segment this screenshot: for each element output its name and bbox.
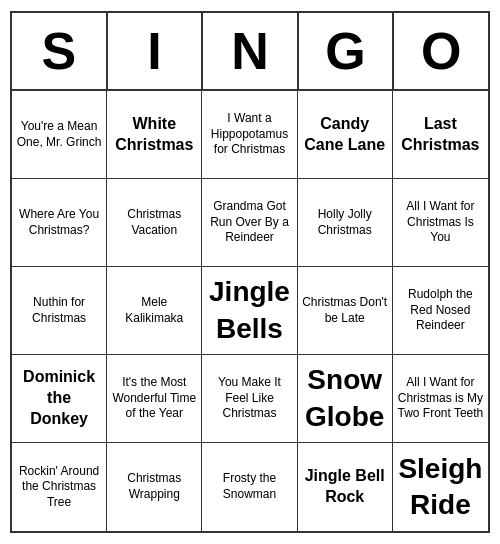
bingo-cell[interactable]: Jingle Bell Rock: [298, 443, 393, 531]
bingo-cell[interactable]: Last Christmas: [393, 91, 488, 179]
header-letter: G: [299, 13, 395, 91]
bingo-cell[interactable]: All I Want for Christmas is My Two Front…: [393, 355, 488, 443]
header-letter: S: [12, 13, 108, 91]
bingo-cell[interactable]: Christmas Don't be Late: [298, 267, 393, 355]
bingo-cell[interactable]: I Want a Hippopotamus for Christmas: [202, 91, 297, 179]
header-letter: N: [203, 13, 299, 91]
bingo-cell[interactable]: Nuthin for Christmas: [12, 267, 107, 355]
bingo-cell[interactable]: Snow Globe: [298, 355, 393, 443]
bingo-cell[interactable]: Candy Cane Lane: [298, 91, 393, 179]
bingo-cell[interactable]: Sleigh Ride: [393, 443, 488, 531]
bingo-cell[interactable]: Rudolph the Red Nosed Reindeer: [393, 267, 488, 355]
bingo-cell[interactable]: Frosty the Snowman: [202, 443, 297, 531]
bingo-cell[interactable]: Dominick the Donkey: [12, 355, 107, 443]
bingo-grid: You're a Mean One, Mr. GrinchWhite Chris…: [12, 91, 488, 531]
bingo-cell[interactable]: Mele Kalikimaka: [107, 267, 202, 355]
bingo-cell[interactable]: Where Are You Christmas?: [12, 179, 107, 267]
bingo-cell[interactable]: Christmas Wrapping: [107, 443, 202, 531]
bingo-cell[interactable]: Holly Jolly Christmas: [298, 179, 393, 267]
bingo-cell[interactable]: Grandma Got Run Over By a Reindeer: [202, 179, 297, 267]
bingo-cell[interactable]: Jingle Bells: [202, 267, 297, 355]
header-letter: O: [394, 13, 488, 91]
bingo-cell[interactable]: White Christmas: [107, 91, 202, 179]
header-letter: I: [108, 13, 204, 91]
bingo-cell[interactable]: You Make It Feel Like Christmas: [202, 355, 297, 443]
bingo-cell[interactable]: Rockin' Around the Christmas Tree: [12, 443, 107, 531]
bingo-cell[interactable]: Christmas Vacation: [107, 179, 202, 267]
bingo-cell[interactable]: It's the Most Wonderful Time of the Year: [107, 355, 202, 443]
bingo-header: SINGO: [12, 13, 488, 91]
bingo-card: SINGO You're a Mean One, Mr. GrinchWhite…: [10, 11, 490, 533]
bingo-cell[interactable]: You're a Mean One, Mr. Grinch: [12, 91, 107, 179]
bingo-cell[interactable]: All I Want for Christmas Is You: [393, 179, 488, 267]
